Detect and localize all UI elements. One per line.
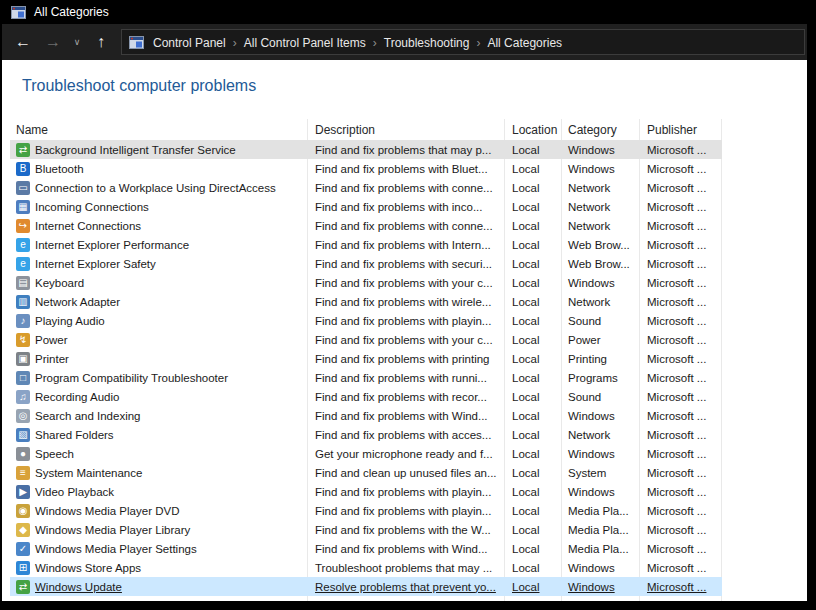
- table-row[interactable]: ◎Search and IndexingFind and fix problem…: [10, 406, 722, 425]
- search-indexing-icon: ◎: [16, 409, 30, 423]
- row-location-cell-text: Local: [512, 163, 540, 175]
- row-location-cell-text: Local: [512, 353, 540, 365]
- table-row[interactable]: ♪Playing AudioFind and fix problems with…: [10, 311, 722, 330]
- row-publisher-cell: Microsoft ...: [639, 543, 721, 555]
- row-name-cell-text: System Maintenance: [35, 467, 142, 479]
- back-icon[interactable]: ←: [8, 24, 38, 60]
- row-publisher-cell: Microsoft ...: [639, 372, 721, 384]
- row-description-cell: Find and fix problems with runni...: [307, 372, 504, 384]
- row-name-cell-text: Keyboard: [35, 277, 84, 289]
- breadcrumb-item[interactable]: All Categories: [485, 36, 564, 50]
- row-publisher-cell-text: Microsoft ...: [647, 144, 706, 156]
- table-row[interactable]: ▤KeyboardFind and fix problems with your…: [10, 273, 722, 292]
- row-location-cell: Local: [504, 239, 561, 251]
- row-description-cell: Find and fix problems with conne...: [307, 182, 504, 194]
- breadcrumb-item[interactable]: All Control Panel Items: [242, 36, 368, 50]
- table-row[interactable]: ◉Windows Media Player DVDFind and fix pr…: [10, 501, 722, 520]
- row-publisher-cell: Microsoft ...: [639, 201, 721, 213]
- row-location-cell-text: Local: [512, 505, 540, 517]
- table-row[interactable]: ●SpeechGet your microphone ready and f..…: [10, 444, 722, 463]
- row-location-cell-text: Local: [512, 296, 540, 308]
- table-row[interactable]: ▦Incoming ConnectionsFind and fix proble…: [10, 197, 722, 216]
- table-row[interactable]: ▶Video PlaybackFind and fix problems wit…: [10, 482, 722, 501]
- table-row[interactable]: ↯PowerFind and fix problems with your c.…: [10, 330, 722, 349]
- keyboard-icon: ▤: [16, 276, 30, 290]
- breadcrumb-separator-icon: ›: [228, 36, 242, 50]
- table-row[interactable]: ▧Shared FoldersFind and fix problems wit…: [10, 425, 722, 444]
- address-bar[interactable]: Control Panel›All Control Panel Items›Tr…: [121, 29, 805, 55]
- system-maintenance-icon: ≡: [16, 466, 30, 480]
- row-description-cell-text: Find and fix problems with Wind...: [315, 410, 488, 422]
- column-header-publisher[interactable]: Publisher: [639, 123, 721, 137]
- ie-performance-icon: e: [16, 238, 30, 252]
- table-row[interactable]: BBluetoothFind and fix problems with Blu…: [10, 159, 722, 178]
- row-category-cell-text: Windows: [568, 448, 615, 460]
- table-row[interactable]: ≡System MaintenanceFind and clean up unu…: [10, 463, 722, 482]
- column-header-location[interactable]: Location: [504, 123, 561, 137]
- bits-icon: ⇄: [16, 143, 30, 157]
- row-publisher-cell: Microsoft ...: [639, 315, 721, 327]
- column-header-description[interactable]: Description: [307, 123, 504, 137]
- row-publisher-cell: Microsoft ...: [639, 448, 721, 460]
- row-publisher-cell: Microsoft ...: [639, 296, 721, 308]
- table-row[interactable]: eInternet Explorer SafetyFind and fix pr…: [10, 254, 722, 273]
- row-publisher-cell: Microsoft ...: [639, 220, 721, 232]
- row-publisher-cell: Microsoft ...: [639, 258, 721, 270]
- row-description-cell-text: Find and fix problems with securi...: [315, 258, 492, 270]
- row-description-cell-text: Troubleshoot problems that may ...: [315, 562, 492, 574]
- row-category-cell: Sound: [561, 315, 639, 327]
- store-apps-icon: ⊞: [16, 561, 30, 575]
- row-name-cell-text: Incoming Connections: [35, 201, 149, 213]
- column-header-name[interactable]: Name: [10, 123, 307, 137]
- row-publisher-cell-text: Microsoft ...: [647, 543, 706, 555]
- row-location-cell-text: Local: [512, 391, 540, 403]
- table-row[interactable]: ⊞Windows Store AppsTroubleshoot problems…: [10, 558, 722, 577]
- row-name-cell-text: Windows Store Apps: [35, 562, 141, 574]
- breadcrumb-item[interactable]: Troubleshooting: [382, 36, 472, 50]
- breadcrumb-item[interactable]: Control Panel: [151, 36, 228, 50]
- up-icon[interactable]: ↑: [86, 24, 116, 60]
- row-location-cell-text: Local: [512, 334, 540, 346]
- row-name-cell: eInternet Explorer Safety: [10, 257, 307, 271]
- explorer-window: All Categories ← → ∨ ↑ Control Panel›All…: [2, 0, 807, 601]
- table-row[interactable]: ▣PrinterFind and fix problems with print…: [10, 349, 722, 368]
- table-row[interactable]: ♫Recording AudioFind and fix problems wi…: [10, 387, 722, 406]
- table-row[interactable]: □Program Compatibility TroubleshooterFin…: [10, 368, 722, 387]
- row-name-cell: ♫Recording Audio: [10, 390, 307, 404]
- recent-locations-chevron-icon[interactable]: ∨: [68, 24, 86, 60]
- row-name-cell: ●Speech: [10, 447, 307, 461]
- table-row[interactable]: ▥Network AdapterFind and fix problems wi…: [10, 292, 722, 311]
- row-location-cell: Local: [504, 258, 561, 270]
- window-title: All Categories: [34, 5, 109, 19]
- row-publisher-cell: Microsoft ...: [639, 353, 721, 365]
- column-header-category[interactable]: Category: [561, 123, 639, 137]
- row-description-cell: Find and fix problems with your c...: [307, 334, 504, 346]
- table-row[interactable]: ◆Windows Media Player LibraryFind and fi…: [10, 520, 722, 539]
- row-name-cell-text: Program Compatibility Troubleshooter: [35, 372, 228, 384]
- row-publisher-cell-text: Microsoft ...: [647, 524, 706, 536]
- row-description-cell: Find and fix problems that may p...: [307, 144, 504, 156]
- table-row[interactable]: ▭Connection to a Workplace Using DirectA…: [10, 178, 722, 197]
- row-location-cell: Local: [504, 505, 561, 517]
- row-description-cell-text: Find and fix problems with printing: [315, 353, 490, 365]
- table-row[interactable]: ✓Windows Media Player SettingsFind and f…: [10, 539, 722, 558]
- table-row[interactable]: ⇄Background Intelligent Transfer Service…: [10, 140, 722, 159]
- row-location-cell: Local: [504, 372, 561, 384]
- app-window-icon: [11, 6, 26, 19]
- row-category-cell-text: Windows: [568, 581, 615, 593]
- row-name-cell-text: Bluetooth: [35, 163, 84, 175]
- row-location-cell: Local: [504, 334, 561, 346]
- row-description-cell-text: Find and fix problems with recor...: [315, 391, 487, 403]
- row-category-cell: Windows: [561, 277, 639, 289]
- table-row[interactable]: ⇄Windows UpdateResolve problems that pre…: [10, 577, 722, 596]
- ie-safety-icon: e: [16, 257, 30, 271]
- row-publisher-cell-text: Microsoft ...: [647, 581, 706, 593]
- row-description-cell: Find and fix problems with playin...: [307, 505, 504, 517]
- row-name-cell: ♪Playing Audio: [10, 314, 307, 328]
- row-description-cell: Get your microphone ready and f...: [307, 448, 504, 460]
- table-row[interactable]: eInternet Explorer PerformanceFind and f…: [10, 235, 722, 254]
- table-row[interactable]: ↪Internet ConnectionsFind and fix proble…: [10, 216, 722, 235]
- forward-icon[interactable]: →: [38, 24, 68, 60]
- row-publisher-cell: Microsoft ...: [639, 391, 721, 403]
- row-location-cell-text: Local: [512, 315, 540, 327]
